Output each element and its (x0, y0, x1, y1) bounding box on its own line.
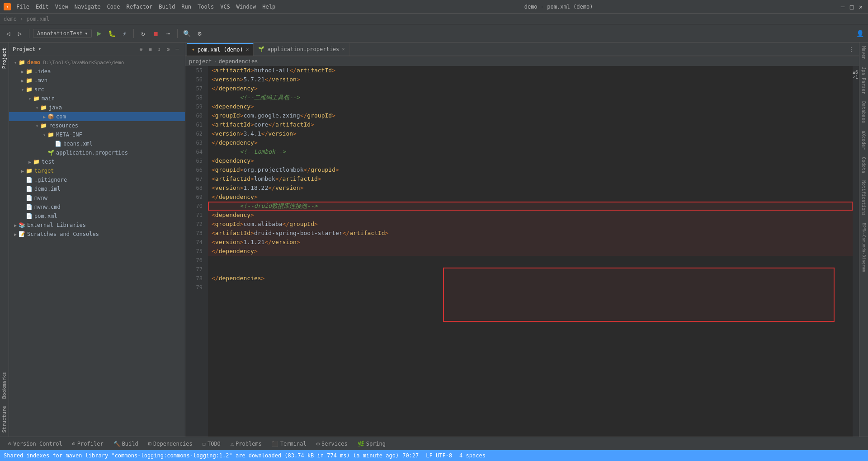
panel-title-dropdown[interactable]: ▾ (38, 46, 42, 52)
axcoder-tab[interactable]: aXcoder (860, 127, 867, 153)
title-bar: ✦ File Edit View Navigate Code Refactor … (0, 0, 868, 14)
bottom-tab-vc[interactable]: ⊙ Version Control (4, 439, 67, 449)
notifications-tab[interactable]: Notifications (860, 177, 867, 219)
bottom-tab-bar: ⊙ Version Control ⊕ Profiler 🔨 Build ⊞ D… (0, 437, 868, 450)
bottom-tab-problems[interactable]: ⚠ Problems (226, 439, 266, 449)
menu-bar: File Edit View Navigate Code Refactor Bu… (14, 3, 278, 11)
tree-item-demoitml[interactable]: 📄 demo.iml (9, 184, 185, 193)
sort-button[interactable]: ↕ (155, 45, 163, 53)
tree-item-java[interactable]: ▾ 📁 java (9, 103, 185, 112)
project-tab[interactable]: Project (0, 44, 8, 72)
stop-button[interactable]: ■ (150, 28, 161, 39)
gutter-line-61: 61 (185, 120, 205, 129)
tree-item-mvn[interactable]: ▶ 📁 .mvn (9, 76, 185, 85)
menu-navigate[interactable]: Navigate (72, 3, 104, 11)
tree-item-beansxml[interactable]: 📄 beans.xml (9, 139, 185, 148)
tree-label-mvn: .mvn (34, 77, 47, 84)
back-button[interactable]: ◁ (3, 28, 14, 39)
bottom-tab-build[interactable]: 🔨 Build (109, 439, 143, 449)
tree-item-scratches[interactable]: ▶ 📝 Scratches and Consoles (9, 230, 185, 239)
tree-root[interactable]: ▾ 📁 demo D:\Tools\JavaWorkSpace\demo (9, 58, 185, 67)
search-everywhere-button[interactable]: 🔍 (181, 28, 192, 39)
debug-button[interactable]: 🐛 (106, 28, 117, 39)
menu-view[interactable]: View (52, 3, 71, 11)
tree-label-test: test (42, 159, 55, 165)
hide-panel-button[interactable]: ─ (173, 45, 181, 53)
tree-arrow-test: ▶ (27, 160, 33, 165)
package-icon-com: 📦 (47, 113, 54, 120)
menu-run[interactable]: Run (179, 3, 194, 11)
maximize-button[interactable]: □ (848, 3, 855, 10)
tree-label-demoitml: demo.iml (34, 186, 61, 192)
maven-tab[interactable]: Maven (860, 42, 867, 63)
code-line-64: <!--Lombok--> (208, 147, 853, 156)
tab-label-pomxml: pom.xml (demo) (198, 47, 243, 53)
bottom-tab-services[interactable]: ⚙ Services (312, 439, 352, 449)
gutter-line-74: 74 (185, 238, 205, 247)
gutter-line-79: 79 (185, 283, 205, 292)
tree-arrow-root: ▾ (13, 60, 18, 65)
tree-item-pomxml[interactable]: 📄 pom.xml (9, 212, 185, 221)
menu-refactor[interactable]: Refactor (123, 3, 155, 11)
tree-item-metainf[interactable]: ▾ 📁 META-INF (9, 130, 185, 139)
update-button[interactable]: ↻ (137, 28, 148, 39)
tree-item-main[interactable]: ▾ 📁 main (9, 94, 185, 103)
structure-tab[interactable]: Structure (0, 402, 8, 437)
tree-item-appprops[interactable]: 🌱 application.properties (9, 148, 185, 157)
settings-panel-button[interactable]: ⚙ (164, 45, 172, 53)
tree-item-extlibs[interactable]: ▶ 📚 External Libraries (9, 221, 185, 230)
jpa-parser-tab[interactable]: Jpa Parser (860, 63, 867, 98)
file-tree: ▾ 📁 demo D:\Tools\JavaWorkSpace\demo ▶ 📁… (9, 56, 185, 437)
menu-vcs[interactable]: VCS (217, 3, 233, 11)
menu-tools[interactable]: Tools (195, 3, 217, 11)
bookmarks-tab[interactable]: Bookmarks (0, 368, 8, 403)
code-line-67: <artifactId>lombok</artifactId> (208, 174, 853, 183)
collapse-all-button[interactable]: ≡ (146, 45, 154, 53)
menu-help[interactable]: Help (259, 3, 278, 11)
tree-item-idea[interactable]: ▶ 📁 .idea (9, 67, 185, 76)
tree-item-resources[interactable]: ▾ 📁 resources (9, 121, 185, 130)
coverage-button[interactable]: ⚡ (119, 28, 130, 39)
codota-tab[interactable]: Codota (860, 153, 867, 177)
menu-edit[interactable]: Edit (33, 3, 52, 11)
tab-appprops[interactable]: 🌱 application.properties ✕ (254, 43, 350, 56)
folder-icon-java: 📁 (40, 104, 47, 111)
tree-item-src[interactable]: ▾ 📁 src (9, 85, 185, 94)
menu-window[interactable]: Window (234, 3, 259, 11)
database-tab[interactable]: Database (860, 98, 867, 127)
user-button[interactable]: 👤 (854, 28, 865, 39)
bottom-tab-todo[interactable]: ☐ TODO (198, 439, 225, 449)
minimize-button[interactable]: ─ (839, 3, 846, 10)
tree-item-mvnwcmd[interactable]: 📄 mvnw.cmd (9, 202, 185, 212)
tree-arrow-src: ▾ (20, 87, 25, 92)
bottom-tab-profiler[interactable]: ⊕ Profiler (68, 439, 108, 449)
bottom-tab-terminal[interactable]: ⬛ Terminal (267, 439, 311, 449)
toolbar-separator-3 (177, 29, 178, 38)
tree-item-test[interactable]: ▶ 📁 test (9, 157, 185, 166)
tree-item-mvnw[interactable]: 📄 mvnw (9, 193, 185, 202)
more-button[interactable]: ⋯ (163, 28, 174, 39)
code-line-73: <artifactId>druid-spring-boot-starter</a… (208, 229, 853, 238)
tab-pomxml[interactable]: ✦ pom.xml (demo) ✕ (187, 43, 254, 56)
menu-code[interactable]: Code (104, 3, 123, 11)
settings-button[interactable]: ⚙ (194, 28, 205, 39)
locate-button[interactable]: ⊕ (137, 45, 145, 53)
panel-actions: ⊕ ≡ ↕ ⚙ ─ (137, 45, 181, 53)
forward-button[interactable]: ▷ (14, 28, 25, 39)
menu-file[interactable]: File (14, 3, 32, 11)
tree-item-target[interactable]: ▶ 📁 target (9, 166, 185, 175)
bottom-tab-spring[interactable]: 🌿 Spring (353, 439, 390, 449)
tabs-overflow-button[interactable]: ⋮ (845, 46, 857, 53)
tab-close-appprops[interactable]: ✕ (342, 46, 345, 52)
tree-item-gitignore[interactable]: 📄 .gitignore (9, 175, 185, 184)
bottom-tab-deps[interactable]: ⊞ Dependencies (144, 439, 197, 449)
run-button[interactable]: ▶ (94, 28, 104, 39)
menu-build[interactable]: Build (156, 3, 178, 11)
tree-arrow-resources: ▾ (34, 123, 40, 128)
tab-close-pomxml[interactable]: ✕ (246, 47, 249, 52)
tree-item-com[interactable]: ▶ 📦 com (9, 112, 185, 121)
run-config-selector[interactable]: AnnotationTest ▾ (33, 29, 92, 38)
bpmn-tab[interactable]: BPMN-Camunda-Diagram (861, 219, 867, 275)
close-button[interactable]: ✕ (857, 3, 864, 10)
code-area[interactable]: <artifactId>hutool-all</artifactId> <ver… (208, 66, 853, 437)
